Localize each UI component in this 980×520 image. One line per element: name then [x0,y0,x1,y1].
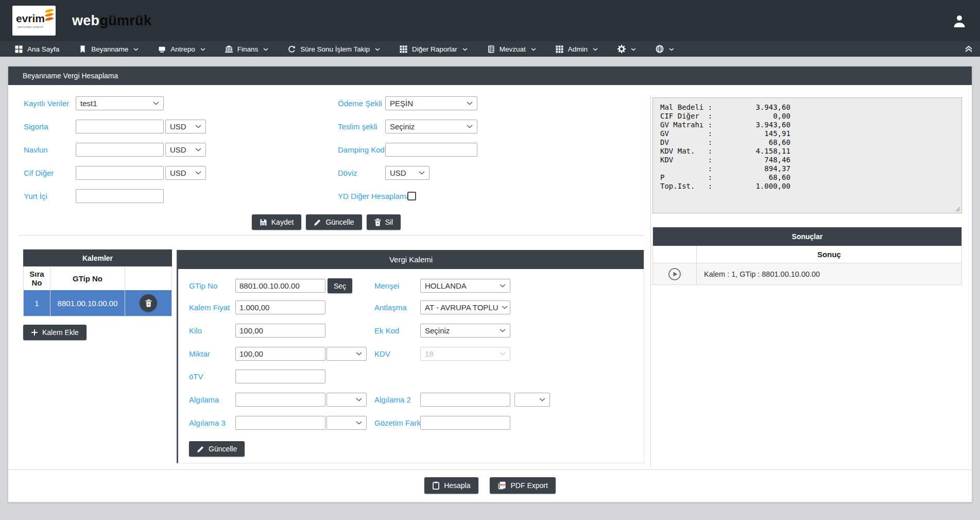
chevron-down-icon [669,48,674,51]
divider [8,469,973,470]
chevron-down-icon [500,284,506,288]
algilama3-unit-select[interactable] [326,416,367,430]
navlun-label: Navlun [24,143,48,157]
yd-diger-hesaplama-checkbox[interactable] [407,192,416,200]
globe-icon [656,45,664,53]
damping-kodu-input[interactable] [385,143,477,157]
mensei-label: Menşei [374,279,399,293]
sec-button[interactable]: Seç [328,278,352,293]
damping-kodu-label: Damping Kodu [338,143,389,157]
form-actions: Kaydet Güncelle × Sil [8,214,644,230]
user-profile-icon[interactable] [952,14,967,28]
chevron-down-icon [462,48,468,51]
nav-item-sure-sonu-islem-takip[interactable]: Süre Sonu İşlem Takip [278,41,390,57]
cif-diger-label: Cif Diğer [24,166,54,180]
vergi-kalemi-panel: Vergi Kalemi GTip No Seç Menşei HOLLANDA… [177,250,644,463]
algilama2-input[interactable] [420,393,510,407]
chevron-down-icon [200,48,205,51]
gtip-no-input[interactable] [235,279,325,293]
gozetim-farki-label: Gözetim Farkı [374,416,423,430]
nav-item-mevzuat[interactable]: Mevzuat [477,41,546,57]
col-sira-no: Sıra No [24,266,50,290]
vergi-update-button[interactable]: Güncelle [189,441,245,457]
kilo-label: Kilo [189,324,202,338]
add-kalem-button[interactable]: Kalem Ekle [23,325,87,340]
algilama-label: Algılama [189,393,219,407]
chevron-down-icon [539,398,545,401]
collapse-up-icon[interactable] [965,45,973,53]
delete-button[interactable]: × Sil [367,214,401,230]
hesapla-button[interactable]: Hesapla [424,477,478,494]
algilama2-unit-select[interactable] [514,393,550,407]
chevron-down-icon [375,48,380,51]
app-title-gumruk: gümrük [99,13,151,28]
gozetim-farki-input[interactable] [420,416,510,430]
sonuc-expander-column [653,246,697,263]
sigorta-currency-select[interactable]: USD [165,120,206,133]
table-grid-icon [556,45,563,53]
algilama3-input[interactable] [235,416,325,430]
save-button-label: Kaydet [271,218,294,226]
sigorta-input[interactable] [76,120,164,133]
yurt-ici-input[interactable] [76,189,164,203]
sonuclar-panel: Sonuçlar Sonuç Kalem : 1, GTip : 8801.00… [652,227,962,285]
navlun-input[interactable] [76,143,164,157]
algilama-unit-select[interactable] [326,393,367,407]
nav-item-finans[interactable]: Finans [215,41,279,57]
delete-kalem-button[interactable]: × [140,294,157,312]
sonuclar-header: Sonuçlar [653,227,961,246]
logo-tagline: yazılımdan emanlık [18,25,43,28]
mensei-select[interactable]: HOLLANDA [420,279,510,293]
sonuclar-title: Sonuçlar [792,232,823,241]
otv-label: öTV [189,370,203,383]
chevron-down-icon [195,171,201,175]
kalem-fiyat-input[interactable] [235,300,325,314]
calculation-summary-textarea[interactable]: Mal Bedeli : 3.943,60 CIF Diğer : 0,00 G… [652,97,962,213]
teslim-sekli-select[interactable]: Seçiniz [385,120,477,133]
nav-item-diger-raporlar[interactable]: Diğer Raporlar [390,41,477,57]
update-button-label: Güncelle [325,218,354,226]
miktar-unit-select[interactable] [326,347,367,361]
kilo-input[interactable] [235,324,325,338]
svg-text:PDF: PDF [500,483,505,487]
gear-icon [617,45,626,53]
nav-item-beyanname[interactable]: Beyanname [69,41,148,57]
save-button[interactable]: Kaydet [252,214,302,230]
chevron-down-icon [467,102,473,105]
nav-label: Ana Sayfa [27,45,59,53]
kayitli-veriler-select[interactable]: test1 [76,96,164,110]
kalem-row[interactable]: 1 8801.00.10.00.00 × [24,290,171,316]
antlasma-select[interactable]: AT - AVRUPA TOPLU [420,300,510,314]
nav-item-settings[interactable] [608,41,646,57]
odeme-sekli-select[interactable]: PEŞİN [385,96,477,110]
otv-input[interactable] [235,370,325,383]
resize-handle-icon[interactable] [955,207,960,212]
cif-diger-currency-select[interactable]: USD [165,166,206,180]
logo-swirl-icon [44,7,56,26]
nav-item-admin[interactable]: Admin [546,41,608,57]
nav-item-antrepo[interactable]: Antrepo [148,41,215,57]
nav-item-language[interactable] [646,41,684,57]
doviz-select[interactable]: USD [385,166,429,180]
algilama-input[interactable] [235,393,325,407]
antlasma-value: AT - AVRUPA TOPLU [425,303,498,312]
chevron-down-icon [593,48,598,51]
miktar-input[interactable] [235,347,325,361]
kalemler-title: Kalemler [82,254,113,262]
ek-kod-select[interactable]: Seçiniz [420,324,510,338]
clipboard-icon [432,481,440,490]
page-title-bar: Beyanname Vergi Hesaplama [8,66,972,85]
table-grid-icon [400,45,407,53]
chevron-down-icon [263,48,268,51]
pdf-export-button[interactable]: PDF PDF Export [490,477,556,494]
nav-item-ana-sayfa[interactable]: Ana Sayfa [5,41,69,57]
kalem-fiyat-label: Kalem Fiyat [189,300,230,314]
update-button[interactable]: Güncelle [306,214,362,230]
nav-label: Antrepo [170,45,195,53]
cif-diger-input[interactable] [76,166,164,180]
hesapla-label: Hesapla [444,481,470,490]
evrim-logo[interactable]: evrim yazılımdan emanlık [12,6,56,36]
chevron-down-icon [631,48,636,51]
navlun-currency-select[interactable]: USD [165,143,206,157]
sonuc-row-expander[interactable] [653,263,697,284]
